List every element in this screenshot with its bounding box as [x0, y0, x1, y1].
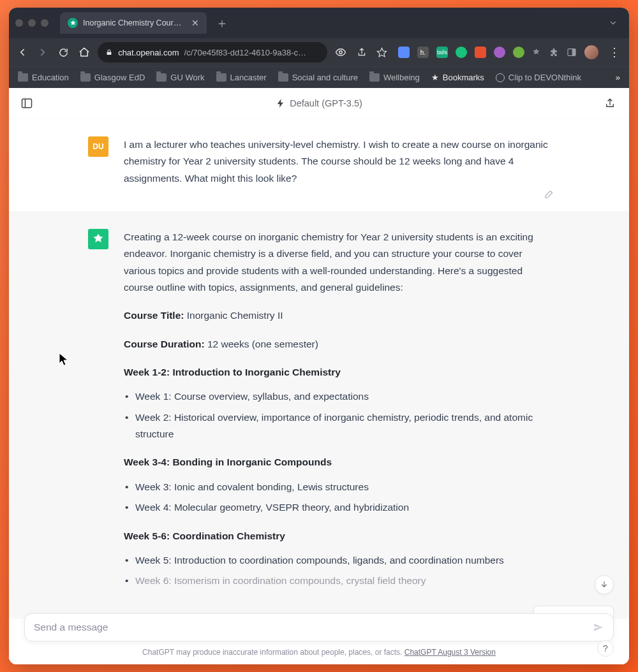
svg-point-1: [339, 51, 343, 54]
sidepanel-icon[interactable]: [567, 47, 577, 57]
bookmark-item[interactable]: Clip to DEVONthink: [496, 73, 581, 82]
list-item: Week 3: Ionic and covalent bonding, Lewi…: [124, 479, 550, 495]
address-bar[interactable]: chat.openai.com /c/70e45f83-dd12-4610-9a…: [98, 42, 327, 62]
message-input[interactable]: [34, 622, 593, 633]
forward-button[interactable]: [36, 45, 50, 60]
list-item: Week 6: Isomerism in coordination compou…: [124, 573, 550, 589]
folder-icon: [156, 73, 167, 82]
bookmark-folder[interactable]: GU Work: [156, 73, 204, 82]
profile-avatar-icon[interactable]: [584, 45, 598, 59]
edit-message-button[interactable]: [544, 188, 555, 200]
bookmark-folder[interactable]: Social and culture: [278, 73, 358, 82]
folder-icon: [369, 73, 380, 82]
browser-tab-bar: Inorganic Chemistry Course De ✕ ＋: [9, 8, 629, 38]
close-window-icon[interactable]: [15, 19, 23, 27]
list-item: Week 4: Molecular geometry, VSEPR theory…: [124, 499, 550, 516]
app-header: Default (GPT-3.5): [9, 88, 629, 119]
model-selector[interactable]: Default (GPT-3.5): [276, 98, 362, 108]
folder-icon: [80, 73, 91, 82]
bookmark-folder[interactable]: Glasgow EdD: [80, 73, 145, 82]
assistant-paragraph: Course Title: Inorganic Chemistry II: [124, 307, 550, 324]
svg-rect-0: [107, 52, 112, 55]
extension-icon[interactable]: [398, 47, 410, 58]
folder-icon: [18, 73, 28, 82]
close-tab-icon[interactable]: ✕: [190, 18, 200, 28]
list-item: Week 5: Introduction to coordination com…: [124, 552, 550, 569]
send-button[interactable]: [593, 622, 604, 633]
list-item: Week 2: Historical overview, importance …: [124, 409, 550, 443]
browser-toolbar: chat.openai.com /c/70e45f83-dd12-4610-9a…: [9, 38, 629, 66]
bookmark-folder[interactable]: Education: [18, 73, 69, 82]
window-controls[interactable]: [15, 19, 48, 27]
svg-rect-3: [572, 49, 575, 56]
extension-icon[interactable]: h.: [417, 47, 429, 58]
url-domain: chat.openai.com: [118, 48, 179, 57]
user-message: DU I am a lecturer who teaches universit…: [9, 119, 629, 211]
maximize-window-icon[interactable]: [41, 19, 48, 27]
tab-overflow-icon[interactable]: [609, 18, 623, 27]
section-list: Week 3: Ionic and covalent bonding, Lewi…: [124, 479, 550, 516]
user-avatar: DU: [88, 136, 108, 157]
openai-favicon-icon: [68, 18, 78, 28]
new-tab-button[interactable]: ＋: [216, 15, 228, 32]
bolt-icon: [276, 98, 286, 108]
folder-icon: [216, 73, 226, 82]
composer-area: ChatGPT may produce inaccurate informati…: [9, 613, 629, 664]
bookmark-folder[interactable]: Wellbeing: [369, 73, 420, 82]
bookmark-item[interactable]: ★ Bookmarks: [431, 73, 484, 82]
home-button[interactable]: [77, 45, 91, 60]
bookmarks-overflow-icon[interactable]: »: [616, 73, 620, 82]
bookmark-folder[interactable]: Lancaster: [216, 73, 267, 82]
minimize-window-icon[interactable]: [28, 19, 36, 27]
extension-icon[interactable]: [456, 47, 467, 58]
section-heading: Week 3-4: Bonding in Inorganic Compounds: [124, 454, 550, 471]
back-button[interactable]: [15, 45, 29, 60]
share-conversation-button[interactable]: [602, 96, 618, 111]
assistant-paragraph: Course Duration: 12 weeks (one semester): [124, 336, 550, 353]
extension-icon[interactable]: [494, 47, 505, 58]
assistant-avatar: [88, 229, 108, 249]
version-link[interactable]: ChatGPT August 3 Version: [404, 648, 496, 657]
extension-icon[interactable]: tails: [436, 47, 448, 58]
eye-icon[interactable]: [334, 45, 348, 60]
extension-icon[interactable]: [532, 48, 541, 57]
user-message-text: I am a lecturer who teaches university-l…: [124, 136, 550, 187]
bookmarks-bar: Education Glasgow EdD GU Work Lancaster …: [9, 66, 629, 88]
scroll-to-bottom-button[interactable]: [595, 575, 614, 594]
section-heading: Week 5-6: Coordination Chemistry: [124, 528, 550, 544]
footer-disclaimer: ChatGPT may produce inaccurate informati…: [24, 648, 614, 657]
assistant-paragraph: Creating a 12-week course on inorganic c…: [124, 229, 550, 296]
reload-button[interactable]: [57, 45, 71, 60]
lock-icon: [105, 48, 113, 56]
composer[interactable]: [24, 613, 614, 641]
browser-menu-icon[interactable]: ⋮: [606, 45, 623, 59]
openai-logo-icon: [92, 233, 105, 245]
section-list: Week 5: Introduction to coordination com…: [124, 552, 550, 590]
list-item: Week 1: Course overview, syllabus, and e…: [124, 388, 550, 405]
tab-title: Inorganic Chemistry Course De: [83, 18, 185, 27]
bookmark-star-icon[interactable]: [375, 45, 389, 60]
extension-icon[interactable]: [475, 47, 486, 58]
toggle-sidebar-button[interactable]: [19, 96, 34, 111]
browser-tab[interactable]: Inorganic Chemistry Course De ✕: [60, 12, 207, 34]
url-path: /c/70e45f83-dd12-4610-9a38-c…: [184, 48, 307, 57]
extensions-menu-icon[interactable]: [549, 47, 559, 57]
section-heading: Week 1-2: Introduction to Inorganic Chem…: [124, 364, 550, 381]
assistant-message: Creating a 12-week course on inorganic c…: [9, 211, 629, 619]
svg-rect-4: [22, 99, 32, 107]
globe-icon: [496, 73, 505, 82]
model-label-text: Default (GPT-3.5): [290, 98, 362, 108]
extension-icon[interactable]: [513, 47, 524, 58]
folder-icon: [278, 73, 288, 82]
help-button[interactable]: ?: [597, 640, 614, 657]
section-list: Week 1: Course overview, syllabus, and e…: [124, 388, 550, 442]
share-url-icon[interactable]: [354, 45, 368, 60]
extension-icons: h. tails ⋮: [398, 45, 623, 59]
